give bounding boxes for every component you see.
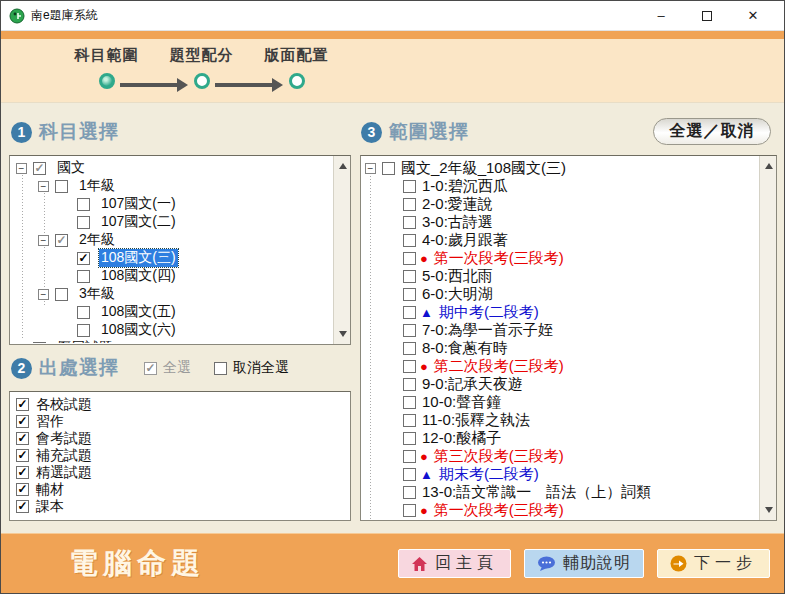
range-tree-item[interactable]: 6-0:大明湖 <box>362 285 758 303</box>
expander-icon[interactable] <box>16 343 27 344</box>
checkbox-icon[interactable] <box>403 180 416 193</box>
range-tree-item[interactable]: 11-0:張釋之執法 <box>362 411 758 429</box>
range-tree-item[interactable]: 7-0:為學一首示子姪 <box>362 321 758 339</box>
source-list-item[interactable]: 輔材 <box>12 481 346 498</box>
range-tree-item[interactable]: 4-0:歲月跟著 <box>362 231 758 249</box>
scroll-down-icon[interactable] <box>334 326 351 342</box>
checkbox-icon[interactable] <box>403 468 416 481</box>
checkbox-icon[interactable] <box>16 483 29 496</box>
subject-tree-item[interactable]: 108國文(三) <box>11 249 332 267</box>
checkbox-icon[interactable] <box>33 162 46 175</box>
range-tree-item[interactable]: 1-0:碧沉西瓜 <box>362 177 758 195</box>
range-tree-item[interactable]: 第二次段考(三段考) <box>362 357 758 375</box>
subject-tree-item[interactable]: 歷屆試題 <box>11 339 332 343</box>
range-tree-item[interactable]: 13-0:語文常識一 語法（上）詞類 <box>362 483 758 501</box>
range-tree-item[interactable]: 2-0:愛蓮說 <box>362 195 758 213</box>
subject-tree-item[interactable]: 國文 <box>11 159 332 177</box>
range-tree-item[interactable]: 8-0:食蔥有時 <box>362 339 758 357</box>
checkbox-icon[interactable] <box>403 306 416 319</box>
range-tree-item[interactable]: 10-0:聲音鐘 <box>362 393 758 411</box>
checkbox-icon[interactable] <box>403 396 416 409</box>
checkbox-icon[interactable] <box>33 342 46 344</box>
checkbox-icon[interactable] <box>16 432 29 445</box>
expander-icon[interactable] <box>38 181 49 192</box>
checkbox-icon[interactable] <box>403 216 416 229</box>
subject-tree-item[interactable]: 107國文(一) <box>11 195 332 213</box>
checkbox-icon[interactable] <box>403 288 416 301</box>
checkbox-icon[interactable] <box>77 270 90 283</box>
checkbox-icon[interactable] <box>403 252 416 265</box>
range-tree-item[interactable]: 第一次段考(三段考) <box>362 501 758 519</box>
subject-tree-scrollbar[interactable] <box>333 156 350 344</box>
select-all-checkbox[interactable]: 全選 <box>144 359 191 377</box>
home-button[interactable]: 回主頁 <box>398 549 511 578</box>
checkbox-icon[interactable] <box>77 216 90 229</box>
range-tree-item[interactable]: 期末考(二段考) <box>362 465 758 483</box>
minimize-button[interactable]: – <box>638 2 684 30</box>
checkbox-icon[interactable] <box>403 414 416 427</box>
close-button[interactable]: ✕ <box>730 2 776 30</box>
range-tree-item[interactable]: 12-0:酸橘子 <box>362 429 758 447</box>
checkbox-icon[interactable] <box>403 504 416 517</box>
checkbox-icon[interactable] <box>382 162 395 175</box>
checkbox-icon[interactable] <box>403 360 416 373</box>
checkbox-icon[interactable] <box>403 486 416 499</box>
scroll-down-icon[interactable] <box>760 502 777 518</box>
next-step-button[interactable]: 下一步 <box>657 549 770 578</box>
deselect-all-checkbox[interactable]: 取消全選 <box>214 359 289 377</box>
checkbox-icon[interactable] <box>16 398 29 411</box>
scroll-up-icon[interactable] <box>334 158 351 174</box>
source-list-item[interactable]: 精選試題 <box>12 464 346 481</box>
checkbox-icon[interactable] <box>403 234 416 247</box>
help-button[interactable]: 輔助說明 <box>524 549 644 578</box>
subject-tree-item[interactable]: 108國文(六) <box>11 321 332 339</box>
range-tree-item[interactable]: 9-0:記承天夜遊 <box>362 375 758 393</box>
checkbox-icon[interactable] <box>403 198 416 211</box>
checkbox-icon[interactable] <box>55 234 68 247</box>
checkbox-icon[interactable] <box>77 198 90 211</box>
expander-icon[interactable] <box>38 235 49 246</box>
orange-strip <box>1 31 784 39</box>
subject-panel-header: 1 科目選擇 <box>11 119 119 145</box>
checkbox-icon[interactable] <box>403 324 416 337</box>
checkbox-icon[interactable] <box>16 500 29 513</box>
range-tree-item[interactable]: 第三次段考(三段考) <box>362 447 758 465</box>
source-list-item[interactable]: 補充試題 <box>12 447 346 464</box>
checkbox-icon[interactable] <box>403 378 416 391</box>
checkbox-icon[interactable] <box>403 432 416 445</box>
checkbox-icon[interactable] <box>77 324 90 337</box>
checkbox-icon[interactable] <box>77 252 90 265</box>
checkbox-icon[interactable] <box>55 180 68 193</box>
select-toggle-button[interactable]: 全選／取消 <box>653 118 771 145</box>
range-tree-item[interactable]: 期中考(二段考) <box>362 303 758 321</box>
subject-tree-item[interactable]: 3年級 <box>11 285 332 303</box>
scroll-up-icon[interactable] <box>760 158 777 174</box>
maximize-button[interactable] <box>684 2 730 30</box>
checkbox-icon[interactable] <box>77 306 90 319</box>
checkbox-icon[interactable] <box>16 466 29 479</box>
checkbox-icon[interactable] <box>16 415 29 428</box>
stepper-step[interactable]: 版面配置 <box>249 46 344 89</box>
subject-tree-item[interactable]: 108國文(五) <box>11 303 332 321</box>
range-tree-item[interactable]: 第一次段考(三段考) <box>362 249 758 267</box>
checkbox-icon[interactable] <box>403 450 416 463</box>
subject-tree-item[interactable]: 107國文(二) <box>11 213 332 231</box>
range-tree-scrollbar[interactable] <box>759 156 776 520</box>
subject-tree-item[interactable]: 2年級 <box>11 231 332 249</box>
range-tree-item[interactable]: 3-0:古詩選 <box>362 213 758 231</box>
checkbox-icon[interactable] <box>403 270 416 283</box>
checkbox-icon[interactable] <box>55 288 68 301</box>
source-list-item[interactable]: 課本 <box>12 498 346 515</box>
expander-icon[interactable] <box>365 163 376 174</box>
source-list-item[interactable]: 習作 <box>12 413 346 430</box>
range-tree-item[interactable]: 國文_2年級_108國文(三) <box>362 159 758 177</box>
subject-tree-item[interactable]: 108國文(四) <box>11 267 332 285</box>
subject-tree-item[interactable]: 1年級 <box>11 177 332 195</box>
source-list-item[interactable]: 各校試題 <box>12 396 346 413</box>
range-tree-item[interactable]: 5-0:西北雨 <box>362 267 758 285</box>
expander-icon[interactable] <box>16 163 27 174</box>
source-list-item[interactable]: 會考試題 <box>12 430 346 447</box>
checkbox-icon[interactable] <box>16 449 29 462</box>
expander-icon[interactable] <box>38 289 49 300</box>
checkbox-icon[interactable] <box>403 342 416 355</box>
